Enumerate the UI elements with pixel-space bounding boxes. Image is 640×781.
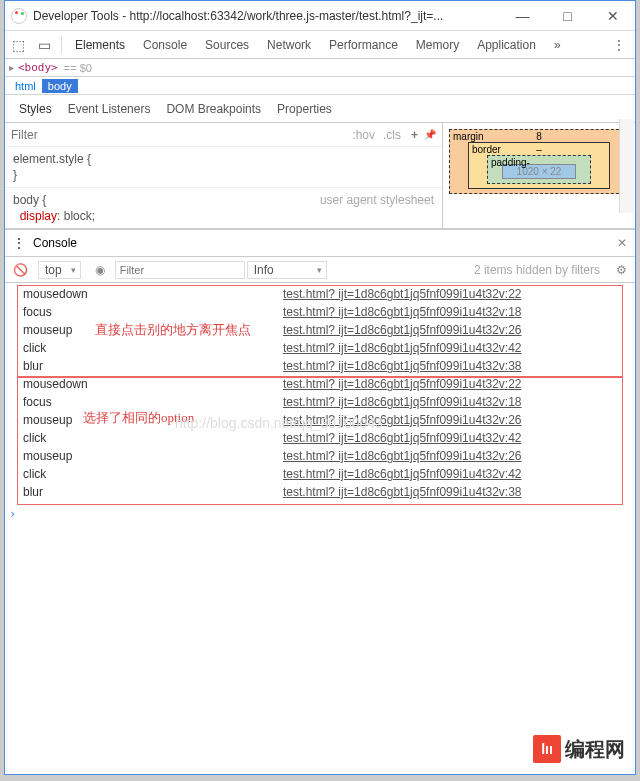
clear-console-icon[interactable]: 🚫 xyxy=(5,263,36,277)
hidden-count: 2 items hidden by filters xyxy=(468,263,606,277)
log-row: focustest.html? ijt=1d8c6gbt1jq5fnf099i1… xyxy=(5,303,635,321)
log-row: clicktest.html? ijt=1d8c6gbt1jq5fnf099i1… xyxy=(5,465,635,483)
gear-icon[interactable]: ⚙ xyxy=(608,263,635,277)
tab-console[interactable]: Console xyxy=(134,31,196,59)
log-row: blurtest.html? ijt=1d8c6gbt1jq5fnf099i1u… xyxy=(5,483,635,501)
log-row: mousedowntest.html? ijt=1d8c6gbt1jq5fnf0… xyxy=(5,285,635,303)
console-filter[interactable] xyxy=(115,261,245,279)
chrome-icon xyxy=(11,8,27,24)
log-row: mousedowntest.html? ijt=1d8c6gbt1jq5fnf0… xyxy=(5,375,635,393)
subtab-listeners[interactable]: Event Listeners xyxy=(60,102,159,116)
site-logo: lıı 编程网 xyxy=(533,735,625,763)
close-drawer-button[interactable]: ✕ xyxy=(609,236,635,250)
styles-filter[interactable] xyxy=(11,128,348,142)
new-rule-button[interactable]: + xyxy=(405,128,424,142)
minimize-button[interactable]: — xyxy=(500,1,545,31)
kebab-menu[interactable]: ⋮ xyxy=(603,38,635,52)
tabs-overflow[interactable]: » xyxy=(545,31,570,59)
window-title: Developer Tools - http://localhost:63342… xyxy=(33,9,500,23)
main-tabs: ⬚ ▭ Elements Console Sources Network Per… xyxy=(5,31,635,59)
titlebar: Developer Tools - http://localhost:63342… xyxy=(5,1,635,31)
log-row: clicktest.html? ijt=1d8c6gbt1jq5fnf099i1… xyxy=(5,339,635,357)
cls-toggle[interactable]: .cls xyxy=(379,128,405,142)
subtab-styles[interactable]: Styles xyxy=(11,102,60,116)
log-row: mouseuptest.html? ijt=1d8c6gbt1jq5fnf099… xyxy=(5,321,635,339)
close-window-button[interactable]: ✕ xyxy=(590,1,635,31)
maximize-button[interactable]: □ xyxy=(545,1,590,31)
log-row: clicktest.html? ijt=1d8c6gbt1jq5fnf099i1… xyxy=(5,429,635,447)
styles-subtabs: Styles Event Listeners DOM Breakpoints P… xyxy=(5,95,635,123)
element-style-block[interactable]: element.style { } xyxy=(5,147,442,187)
crumb-body[interactable]: body xyxy=(42,79,78,93)
eye-icon[interactable]: ◉ xyxy=(87,263,113,277)
context-select[interactable]: top xyxy=(38,261,81,279)
console-kebab[interactable]: ⋮ xyxy=(5,236,33,250)
log-row: mouseuptest.html? ijt=1d8c6gbt1jq5fnf099… xyxy=(5,411,635,429)
tab-application[interactable]: Application xyxy=(468,31,545,59)
box-model: margin8 border– padding- 1020 × 22 xyxy=(443,123,635,228)
subtab-breakpoints[interactable]: DOM Breakpoints xyxy=(158,102,269,116)
tab-sources[interactable]: Sources xyxy=(196,31,258,59)
inspect-icon[interactable]: ⬚ xyxy=(5,37,31,53)
log-row: focustest.html? ijt=1d8c6gbt1jq5fnf099i1… xyxy=(5,393,635,411)
body-rule[interactable]: user agent stylesheet body { display: bl… xyxy=(5,187,442,228)
tab-elements[interactable]: Elements xyxy=(66,31,134,59)
pin-icon[interactable]: 📌 xyxy=(424,129,436,140)
log-row: mouseuptest.html? ijt=1d8c6gbt1jq5fnf099… xyxy=(5,447,635,465)
console-output[interactable]: mousedowntest.html? ijt=1d8c6gbt1jq5fnf0… xyxy=(5,283,635,773)
console-prompt[interactable]: › xyxy=(9,507,16,521)
crumb-html[interactable]: html xyxy=(9,79,42,93)
subtab-properties[interactable]: Properties xyxy=(269,102,340,116)
level-select[interactable]: Info xyxy=(247,261,327,279)
device-icon[interactable]: ▭ xyxy=(31,37,57,53)
dom-breadcrumb: ▸ <body> == $0 xyxy=(5,59,635,77)
log-row: blurtest.html? ijt=1d8c6gbt1jq5fnf099i1u… xyxy=(5,357,635,375)
tab-network[interactable]: Network xyxy=(258,31,320,59)
tab-performance[interactable]: Performance xyxy=(320,31,407,59)
console-drawer-title: Console xyxy=(33,236,77,250)
scrollbar[interactable] xyxy=(619,119,634,213)
hov-toggle[interactable]: :hov xyxy=(348,128,379,142)
tab-memory[interactable]: Memory xyxy=(407,31,468,59)
